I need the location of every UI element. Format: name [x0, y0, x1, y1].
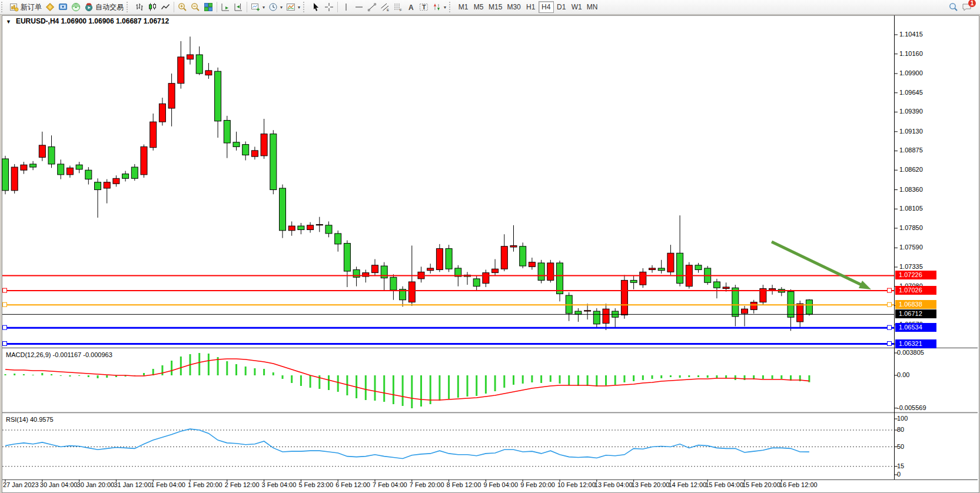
- svg-text:F: F: [400, 8, 402, 12]
- candle-body: [11, 167, 18, 191]
- trend-arrow-head: [859, 281, 871, 289]
- candle-body: [658, 268, 665, 271]
- notifications-button[interactable]: 1: [960, 1, 974, 14]
- equidistant-channel-tool-button[interactable]: E: [378, 1, 391, 14]
- timeframe-m5-button[interactable]: M5: [471, 1, 486, 13]
- candle-body: [150, 122, 157, 148]
- candlestick-chart-button[interactable]: [146, 1, 159, 14]
- trendline-tool-button[interactable]: [366, 1, 378, 14]
- trendline-icon: [367, 2, 377, 12]
- candle-body: [178, 57, 184, 84]
- candle-body: [723, 287, 729, 289]
- signals-button[interactable]: [69, 1, 82, 14]
- toolbar-grip: [303, 2, 307, 12]
- line-chart-icon: [161, 2, 170, 12]
- timeframe-m30-button[interactable]: M30: [504, 1, 523, 13]
- candle-body: [95, 182, 101, 190]
- text-tool-button[interactable]: A: [404, 1, 417, 14]
- candle-body: [168, 84, 175, 108]
- toolbar-grip: [1, 2, 5, 12]
- new-order-label: 新订单: [21, 2, 42, 12]
- bar-chart-icon: [135, 2, 144, 12]
- candle-body: [649, 268, 656, 270]
- line-handle: [3, 302, 7, 307]
- fibonacci-tool-button[interactable]: F: [391, 1, 404, 14]
- svg-text:A: A: [408, 4, 414, 12]
- candle-body: [316, 225, 323, 225]
- notification-badge: 1: [968, 0, 976, 7]
- candle-body: [48, 146, 55, 164]
- signals-icon: [71, 2, 81, 12]
- dropdown-caret-icon: ▾: [263, 5, 265, 10]
- candle-body: [677, 253, 683, 283]
- chart-canvas[interactable]: [0, 0, 980, 493]
- text-icon: A: [406, 2, 416, 12]
- candle-body: [39, 145, 45, 158]
- candle-body: [547, 263, 554, 280]
- candle-body: [288, 226, 295, 231]
- crosshair-tool-button[interactable]: [323, 1, 335, 14]
- candle-body: [492, 269, 499, 272]
- candle-body: [67, 168, 73, 175]
- mql5-community-button[interactable]: [44, 1, 57, 14]
- candle-body: [806, 300, 812, 314]
- metaeditor-button[interactable]: [57, 1, 69, 14]
- candle-body: [381, 266, 387, 278]
- search-icon: [949, 2, 958, 12]
- vertical-line-tool-button[interactable]: [340, 1, 353, 14]
- toolbar-separator: [337, 2, 338, 12]
- timeframe-w1-button[interactable]: W1: [569, 1, 584, 13]
- candle-body: [58, 164, 64, 175]
- timeframe-m1-button[interactable]: M1: [456, 1, 471, 13]
- tile-windows-button[interactable]: [202, 1, 215, 14]
- timeframe-h1-button[interactable]: H1: [523, 1, 539, 13]
- candle-body: [325, 225, 332, 234]
- auto-scroll-button[interactable]: [219, 1, 232, 14]
- horizontal-line-tool-button[interactable]: [353, 1, 366, 14]
- candle-body: [131, 167, 138, 178]
- chart-shift-button[interactable]: [232, 1, 245, 14]
- timeframe-h4-button[interactable]: H4: [539, 1, 554, 13]
- metaeditor-icon: [58, 2, 68, 12]
- zoom-in-button[interactable]: [176, 1, 189, 14]
- new-chart-button[interactable]: ▾: [249, 1, 267, 14]
- candle-body: [233, 142, 240, 147]
- new-order-button[interactable]: 新订单: [8, 1, 44, 14]
- candle-body: [769, 289, 776, 291]
- candle-body: [510, 245, 517, 247]
- line-handle: [888, 288, 892, 292]
- dropdown-caret-icon: ▾: [280, 5, 283, 10]
- templates-button[interactable]: ▾: [284, 1, 302, 14]
- candle-body: [603, 309, 609, 323]
- candle-body: [732, 288, 739, 317]
- auto-trading-button[interactable]: 自动交易: [82, 1, 125, 14]
- arrows-tool-button[interactable]: ▾: [430, 1, 448, 14]
- zoom-out-button[interactable]: [189, 1, 202, 14]
- candle-body: [251, 151, 258, 156]
- zoom-out-icon: [191, 2, 200, 12]
- periods-button[interactable]: ▾: [267, 1, 284, 14]
- bar-chart-button[interactable]: [133, 1, 146, 14]
- search-button[interactable]: [947, 1, 960, 14]
- timeframe-m15-button[interactable]: M15: [486, 1, 504, 13]
- candle-body: [742, 309, 748, 314]
- candle-body: [270, 134, 277, 190]
- toolbar-separator: [217, 2, 217, 12]
- mql5-icon: [45, 2, 55, 12]
- candle-body: [630, 280, 637, 282]
- text-label-tool-button[interactable]: T: [417, 1, 430, 14]
- line-handle: [3, 342, 7, 346]
- line-handle: [3, 288, 7, 292]
- candle-body: [307, 225, 314, 230]
- candle-body: [113, 178, 119, 184]
- candle-body: [557, 263, 563, 294]
- text-label-icon: T: [419, 2, 428, 12]
- rsi-line: [5, 429, 809, 458]
- candle-body: [797, 304, 803, 322]
- candle-body: [344, 244, 350, 271]
- line-chart-button[interactable]: [159, 1, 172, 14]
- timeframe-d1-button[interactable]: D1: [554, 1, 569, 13]
- timeframe-mn-button[interactable]: MN: [584, 1, 600, 13]
- svg-text:E: E: [387, 8, 389, 12]
- cursor-tool-button[interactable]: [310, 1, 323, 14]
